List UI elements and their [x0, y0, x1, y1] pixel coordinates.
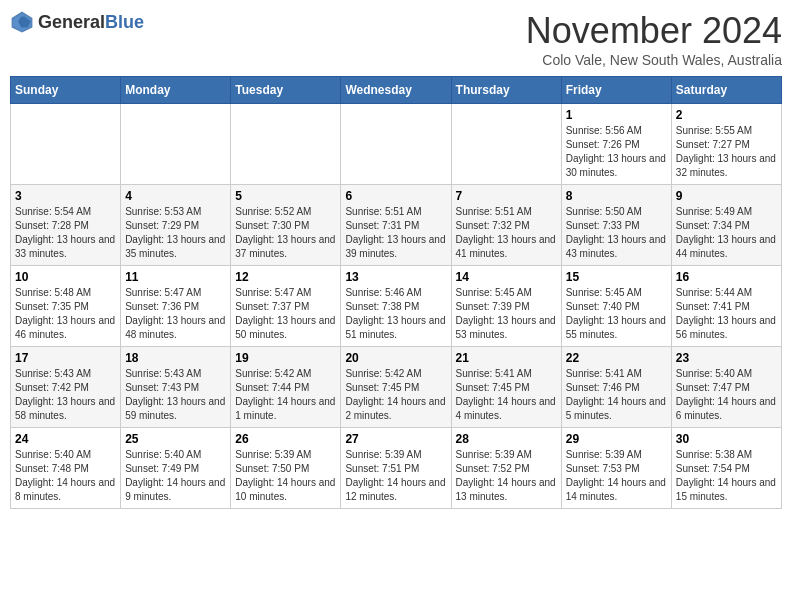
day-info: Sunrise: 5:53 AMSunset: 7:29 PMDaylight:…	[125, 205, 226, 261]
calendar-cell: 2Sunrise: 5:55 AMSunset: 7:27 PMDaylight…	[671, 104, 781, 185]
weekday-header-row: SundayMondayTuesdayWednesdayThursdayFrid…	[11, 77, 782, 104]
day-number: 20	[345, 351, 446, 365]
weekday-header: Thursday	[451, 77, 561, 104]
calendar-cell: 27Sunrise: 5:39 AMSunset: 7:51 PMDayligh…	[341, 428, 451, 509]
calendar-week-row: 3Sunrise: 5:54 AMSunset: 7:28 PMDaylight…	[11, 185, 782, 266]
day-number: 25	[125, 432, 226, 446]
day-number: 10	[15, 270, 116, 284]
calendar-cell: 3Sunrise: 5:54 AMSunset: 7:28 PMDaylight…	[11, 185, 121, 266]
calendar-cell: 24Sunrise: 5:40 AMSunset: 7:48 PMDayligh…	[11, 428, 121, 509]
weekday-header: Wednesday	[341, 77, 451, 104]
day-number: 11	[125, 270, 226, 284]
calendar-week-row: 10Sunrise: 5:48 AMSunset: 7:35 PMDayligh…	[11, 266, 782, 347]
title-section: November 2024 Colo Vale, New South Wales…	[526, 10, 782, 68]
day-number: 7	[456, 189, 557, 203]
calendar-cell	[11, 104, 121, 185]
day-info: Sunrise: 5:44 AMSunset: 7:41 PMDaylight:…	[676, 286, 777, 342]
calendar-cell	[341, 104, 451, 185]
day-info: Sunrise: 5:56 AMSunset: 7:26 PMDaylight:…	[566, 124, 667, 180]
logo-text-general: General	[38, 12, 105, 32]
calendar-week-row: 17Sunrise: 5:43 AMSunset: 7:42 PMDayligh…	[11, 347, 782, 428]
weekday-header: Tuesday	[231, 77, 341, 104]
day-info: Sunrise: 5:49 AMSunset: 7:34 PMDaylight:…	[676, 205, 777, 261]
day-number: 1	[566, 108, 667, 122]
day-info: Sunrise: 5:54 AMSunset: 7:28 PMDaylight:…	[15, 205, 116, 261]
calendar-cell: 9Sunrise: 5:49 AMSunset: 7:34 PMDaylight…	[671, 185, 781, 266]
day-info: Sunrise: 5:38 AMSunset: 7:54 PMDaylight:…	[676, 448, 777, 504]
calendar-cell: 4Sunrise: 5:53 AMSunset: 7:29 PMDaylight…	[121, 185, 231, 266]
calendar-cell: 25Sunrise: 5:40 AMSunset: 7:49 PMDayligh…	[121, 428, 231, 509]
logo: GeneralBlue	[10, 10, 144, 34]
calendar-cell: 1Sunrise: 5:56 AMSunset: 7:26 PMDaylight…	[561, 104, 671, 185]
day-number: 27	[345, 432, 446, 446]
day-info: Sunrise: 5:39 AMSunset: 7:51 PMDaylight:…	[345, 448, 446, 504]
day-info: Sunrise: 5:50 AMSunset: 7:33 PMDaylight:…	[566, 205, 667, 261]
calendar-cell: 12Sunrise: 5:47 AMSunset: 7:37 PMDayligh…	[231, 266, 341, 347]
weekday-header: Sunday	[11, 77, 121, 104]
calendar-cell: 19Sunrise: 5:42 AMSunset: 7:44 PMDayligh…	[231, 347, 341, 428]
calendar-cell: 5Sunrise: 5:52 AMSunset: 7:30 PMDaylight…	[231, 185, 341, 266]
day-number: 30	[676, 432, 777, 446]
day-number: 14	[456, 270, 557, 284]
calendar: SundayMondayTuesdayWednesdayThursdayFrid…	[10, 76, 782, 509]
calendar-cell: 6Sunrise: 5:51 AMSunset: 7:31 PMDaylight…	[341, 185, 451, 266]
calendar-cell: 13Sunrise: 5:46 AMSunset: 7:38 PMDayligh…	[341, 266, 451, 347]
calendar-cell: 16Sunrise: 5:44 AMSunset: 7:41 PMDayligh…	[671, 266, 781, 347]
day-number: 23	[676, 351, 777, 365]
day-info: Sunrise: 5:45 AMSunset: 7:39 PMDaylight:…	[456, 286, 557, 342]
month-title: November 2024	[526, 10, 782, 52]
weekday-header: Monday	[121, 77, 231, 104]
day-info: Sunrise: 5:42 AMSunset: 7:45 PMDaylight:…	[345, 367, 446, 423]
day-number: 15	[566, 270, 667, 284]
calendar-cell: 11Sunrise: 5:47 AMSunset: 7:36 PMDayligh…	[121, 266, 231, 347]
day-number: 22	[566, 351, 667, 365]
day-number: 5	[235, 189, 336, 203]
day-info: Sunrise: 5:52 AMSunset: 7:30 PMDaylight:…	[235, 205, 336, 261]
day-info: Sunrise: 5:40 AMSunset: 7:49 PMDaylight:…	[125, 448, 226, 504]
weekday-header: Friday	[561, 77, 671, 104]
day-number: 19	[235, 351, 336, 365]
weekday-header: Saturday	[671, 77, 781, 104]
calendar-cell	[451, 104, 561, 185]
day-info: Sunrise: 5:39 AMSunset: 7:53 PMDaylight:…	[566, 448, 667, 504]
day-info: Sunrise: 5:41 AMSunset: 7:45 PMDaylight:…	[456, 367, 557, 423]
calendar-cell: 14Sunrise: 5:45 AMSunset: 7:39 PMDayligh…	[451, 266, 561, 347]
calendar-cell	[231, 104, 341, 185]
day-number: 24	[15, 432, 116, 446]
calendar-cell: 15Sunrise: 5:45 AMSunset: 7:40 PMDayligh…	[561, 266, 671, 347]
day-info: Sunrise: 5:46 AMSunset: 7:38 PMDaylight:…	[345, 286, 446, 342]
day-info: Sunrise: 5:47 AMSunset: 7:37 PMDaylight:…	[235, 286, 336, 342]
calendar-week-row: 24Sunrise: 5:40 AMSunset: 7:48 PMDayligh…	[11, 428, 782, 509]
day-info: Sunrise: 5:51 AMSunset: 7:32 PMDaylight:…	[456, 205, 557, 261]
calendar-cell: 30Sunrise: 5:38 AMSunset: 7:54 PMDayligh…	[671, 428, 781, 509]
day-number: 28	[456, 432, 557, 446]
calendar-cell: 21Sunrise: 5:41 AMSunset: 7:45 PMDayligh…	[451, 347, 561, 428]
day-number: 16	[676, 270, 777, 284]
day-info: Sunrise: 5:48 AMSunset: 7:35 PMDaylight:…	[15, 286, 116, 342]
calendar-cell: 23Sunrise: 5:40 AMSunset: 7:47 PMDayligh…	[671, 347, 781, 428]
day-number: 18	[125, 351, 226, 365]
calendar-cell: 8Sunrise: 5:50 AMSunset: 7:33 PMDaylight…	[561, 185, 671, 266]
day-info: Sunrise: 5:45 AMSunset: 7:40 PMDaylight:…	[566, 286, 667, 342]
day-info: Sunrise: 5:43 AMSunset: 7:42 PMDaylight:…	[15, 367, 116, 423]
day-number: 9	[676, 189, 777, 203]
calendar-cell: 22Sunrise: 5:41 AMSunset: 7:46 PMDayligh…	[561, 347, 671, 428]
calendar-week-row: 1Sunrise: 5:56 AMSunset: 7:26 PMDaylight…	[11, 104, 782, 185]
calendar-cell: 17Sunrise: 5:43 AMSunset: 7:42 PMDayligh…	[11, 347, 121, 428]
day-number: 29	[566, 432, 667, 446]
day-info: Sunrise: 5:40 AMSunset: 7:47 PMDaylight:…	[676, 367, 777, 423]
calendar-cell: 10Sunrise: 5:48 AMSunset: 7:35 PMDayligh…	[11, 266, 121, 347]
calendar-cell: 20Sunrise: 5:42 AMSunset: 7:45 PMDayligh…	[341, 347, 451, 428]
day-number: 21	[456, 351, 557, 365]
calendar-cell: 29Sunrise: 5:39 AMSunset: 7:53 PMDayligh…	[561, 428, 671, 509]
calendar-cell: 26Sunrise: 5:39 AMSunset: 7:50 PMDayligh…	[231, 428, 341, 509]
location: Colo Vale, New South Wales, Australia	[526, 52, 782, 68]
day-number: 2	[676, 108, 777, 122]
day-number: 4	[125, 189, 226, 203]
header: GeneralBlue November 2024 Colo Vale, New…	[10, 10, 782, 68]
logo-icon	[10, 10, 34, 34]
day-info: Sunrise: 5:55 AMSunset: 7:27 PMDaylight:…	[676, 124, 777, 180]
day-info: Sunrise: 5:47 AMSunset: 7:36 PMDaylight:…	[125, 286, 226, 342]
day-info: Sunrise: 5:42 AMSunset: 7:44 PMDaylight:…	[235, 367, 336, 423]
day-info: Sunrise: 5:51 AMSunset: 7:31 PMDaylight:…	[345, 205, 446, 261]
